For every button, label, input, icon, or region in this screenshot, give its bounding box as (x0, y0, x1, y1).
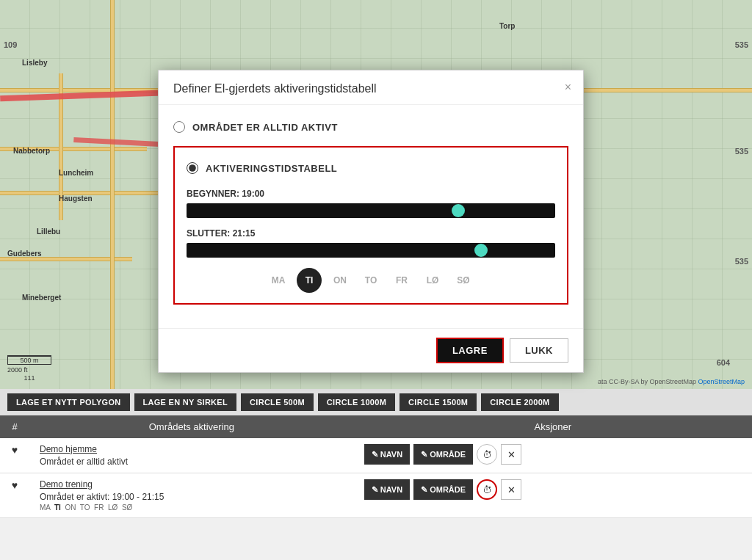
table-container: # Områdets aktivering Aksjoner ♥ Demo hj… (0, 415, 752, 518)
end-time-label: SLUTTER: 21:15 (187, 228, 555, 239)
day-lo[interactable]: LØ (420, 268, 445, 293)
map-scale: 500 m 2000 ft 111 (7, 355, 51, 382)
day-so[interactable]: SØ (451, 268, 476, 293)
map-label-lillebu: Lillebu (37, 228, 60, 236)
modal-footer: LAGRE LUKK (159, 328, 583, 372)
col-actions: Aksjoner (354, 415, 752, 438)
toolbar-btn-circle500[interactable]: CIRCLE 500M (241, 393, 314, 411)
start-time-label: BEGYNNER: 19:00 (187, 189, 555, 199)
row1-delete-button[interactable]: ✕ (501, 444, 521, 465)
row2-info-cell: Demo trening Området er aktivt: 19:00 - … (29, 473, 354, 518)
activation-section: AKTIVERINGSTIDSTABELL BEGYNNER: 19:00 SL… (173, 146, 568, 305)
lukk-button[interactable]: LUKK (510, 338, 568, 363)
toolbar-btn-circle1000[interactable]: CIRCLE 1000M (318, 393, 395, 411)
row2-actions-cell: ✎ NAVN ✎ OMRÅDE ⏱ ✕ (354, 473, 752, 518)
toolbar: LAGE ET NYTT POLYGON LAGE EN NY SIRKEL C… (0, 389, 752, 415)
row2-omrade-button[interactable]: ✎ OMRÅDE (413, 479, 473, 500)
toolbar-btn-polygon[interactable]: LAGE ET NYTT POLYGON (7, 393, 130, 411)
row1-action-btns: ✎ NAVN ✎ OMRÅDE ⏱ ✕ (364, 444, 742, 465)
location-icon-1: ♥ (12, 444, 18, 456)
location-icon-2: ♥ (12, 479, 18, 491)
map-label-luncheim: Luncheim (59, 169, 93, 177)
map-num-604: 604 (717, 358, 730, 367)
col-activation: Områdets aktivering (29, 415, 354, 438)
modal-header: Definer El-gjerdets aktiveringstidstabel… (159, 70, 583, 105)
row1-actions-cell: ✎ NAVN ✎ OMRÅDE ⏱ ✕ (354, 438, 752, 473)
table-row: ♥ Demo trening Området er aktivt: 19:00 … (0, 473, 752, 518)
end-slider-thumb[interactable] (474, 244, 488, 257)
map-label-mineberget: Mineberget (22, 294, 61, 302)
end-slider-track[interactable] (187, 243, 555, 258)
map-label-haugsten: Haugsten (59, 194, 93, 203)
table-row: ♥ Demo hjemme Området er alltid aktivt ✎… (0, 438, 752, 473)
row2-action-btns: ✎ NAVN ✎ OMRÅDE ⏱ ✕ (364, 479, 742, 500)
map-label-torp: Torp (499, 22, 515, 30)
row2-clock-button[interactable]: ⏱ (477, 479, 497, 500)
start-slider-track[interactable] (187, 203, 555, 218)
radio-row-always: OMRÅDET ER ALLTID AKTIVT (173, 117, 568, 137)
map-label-gudebers: Gudebers (7, 250, 42, 258)
start-slider-thumb[interactable] (452, 204, 465, 217)
radio-always-active[interactable] (173, 121, 185, 133)
map-num-535c: 535 (735, 257, 748, 266)
map-label-lisleby: Lisleby (22, 59, 47, 67)
row1-omrade-button[interactable]: ✎ OMRÅDE (413, 444, 473, 465)
row2-icon-cell: ♥ (0, 473, 29, 518)
modal-dialog: Definer El-gjerdets aktiveringstidstabel… (158, 70, 584, 373)
row2-days-text: MA TI ON TO FR LØ SØ (40, 503, 344, 512)
map-num-535b: 535 (735, 147, 748, 156)
row1-clock-button[interactable]: ⏱ (477, 444, 497, 465)
toolbar-btn-circle1500[interactable]: CIRCLE 1500M (400, 393, 477, 411)
modal-title: Definer El-gjerdets aktiveringstidstabel… (173, 82, 377, 95)
row1-info-cell: Demo hjemme Området er alltid aktivt (29, 438, 354, 473)
radio-schedule[interactable] (187, 162, 198, 174)
toolbar-btn-sirkel[interactable]: LAGE EN NY SIRKEL (134, 393, 237, 411)
modal-body: OMRÅDET ER ALLTID AKTIVT AKTIVERINGSTIDS… (159, 105, 583, 328)
radio-row-schedule: AKTIVERINGSTIDSTABELL (187, 158, 555, 178)
day-fr[interactable]: FR (389, 268, 414, 293)
main-table: # Områdets aktivering Aksjoner ♥ Demo hj… (0, 415, 752, 518)
day-to[interactable]: TO (358, 268, 383, 293)
row2-activation-text: Området er aktivt: 19:00 - 21:15 (40, 492, 344, 502)
row2-navn-button[interactable]: ✎ NAVN (364, 479, 410, 500)
row1-navn-button[interactable]: ✎ NAVN (364, 444, 410, 465)
row1-activation-text: Området er alltid aktivt (40, 457, 344, 467)
day-on[interactable]: ON (328, 268, 352, 293)
map-label-nabbetorp: Nabbetorp (13, 147, 50, 155)
row2-name-link[interactable]: Demo trening (40, 479, 344, 490)
modal-close-button[interactable]: × (565, 81, 571, 94)
day-ti[interactable]: TI (297, 268, 322, 293)
map-num-109: 109 (4, 40, 17, 49)
map-attribution: ata CC-By-SA by OpenStreetMap OpenStreet… (598, 378, 745, 385)
map-num-535a: 535 (735, 40, 748, 49)
row1-name-link[interactable]: Demo hjemme (40, 444, 344, 454)
table-header: # Områdets aktivering Aksjoner (0, 415, 752, 438)
row1-icon-cell: ♥ (0, 438, 29, 473)
row2-delete-button[interactable]: ✕ (501, 479, 521, 500)
radio-schedule-label: AKTIVERINGSTIDSTABELL (206, 163, 337, 174)
toolbar-btn-circle2000[interactable]: CIRCLE 2000M (481, 393, 558, 411)
lagre-button[interactable]: LAGRE (436, 338, 504, 363)
col-hash: # (0, 415, 29, 438)
radio-always-label: OMRÅDET ER ALLTID AKTIVT (192, 122, 338, 133)
days-row: MA TI ON TO FR LØ SØ (187, 268, 555, 293)
table-body: ♥ Demo hjemme Området er alltid aktivt ✎… (0, 438, 752, 518)
bottom-panel: LAGE ET NYTT POLYGON LAGE EN NY SIRKEL C… (0, 389, 752, 560)
day-ma[interactable]: MA (266, 268, 291, 293)
